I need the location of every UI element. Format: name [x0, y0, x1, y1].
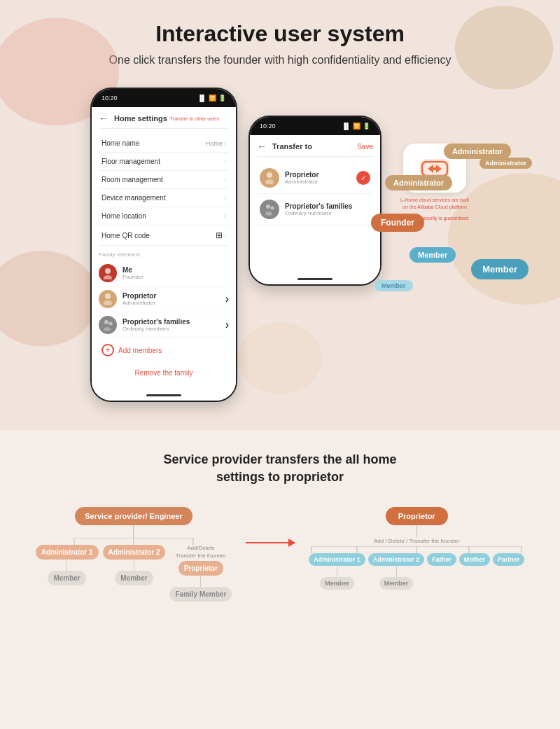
svg-point-14 — [266, 204, 270, 209]
phone1-mockup: 10:20 ▐▌ 🛜 🔋 ← Home settings Transfer to… — [90, 88, 237, 402]
page-title: Interactive user system — [14, 21, 546, 47]
svg-point-11 — [104, 327, 111, 331]
bottom-section: Service provider transfers the all homes… — [0, 430, 560, 618]
check-selected-icon: ✓ — [356, 171, 370, 185]
branch-right-mother: Mother — [459, 553, 490, 566]
phone2-mockup: 10:20 ▐▌ 🛜 🔋 ← Transfer to Save — [248, 116, 382, 286]
branch-right-admin1: Administrator 1 Member — [309, 553, 365, 590]
node-service-provider: Service provider/ Engineer — [75, 507, 192, 525]
node-right-member1: Member — [320, 577, 354, 590]
phone2-time: 10:20 — [260, 123, 276, 130]
phone1-home-bar — [92, 389, 236, 401]
avatar-family — [99, 316, 117, 334]
phone2-back-button[interactable]: ← — [257, 141, 267, 152]
family-members-label: Family members — [99, 251, 229, 258]
svg-point-8 — [104, 300, 112, 305]
svg-point-12 — [267, 172, 272, 178]
member-me: Me Founder — [99, 261, 229, 286]
arrow-line — [246, 542, 295, 543]
phone2-header: ← Transfer to Save — [257, 141, 373, 157]
node-member-left1: Member — [48, 571, 85, 585]
node-admin2: Administrator 2 — [103, 545, 166, 560]
phone2-home-bar — [250, 273, 380, 284]
left-org-tree: Service provider/ Engineer Administrator… — [36, 507, 232, 581]
arrow-head — [288, 539, 295, 547]
org-chart-container: Service provider/ Engineer Administrator… — [28, 507, 532, 590]
node-admin1: Administrator 1 — [36, 545, 99, 560]
cloud-description: L-Home cloud services are built on the A… — [400, 193, 470, 221]
phone1-header-sub[interactable]: Transfer to other users — [170, 116, 220, 121]
add-delete-label: Add/Delete — [187, 545, 215, 551]
vert-line-right — [416, 525, 417, 538]
node-proprietor-right: Proprietor — [386, 507, 448, 525]
svg-point-6 — [104, 275, 112, 279]
bottom-title: Service provider transfers the all homes… — [28, 451, 532, 486]
bubble-administrator-3: Administrator — [479, 158, 532, 169]
svg-point-9 — [104, 320, 108, 324]
menu-floor[interactable]: Floor management › — [99, 153, 229, 171]
svg-point-15 — [271, 207, 274, 210]
transfer-avatar-1 — [260, 168, 279, 188]
phone2-screen: ← Transfer to Save Proprietor Administra… — [250, 135, 380, 273]
branch-right-admin2: Administrator 2 Member — [368, 553, 425, 590]
node-family-member: Family Member — [169, 587, 232, 602]
avatar-me — [99, 264, 117, 282]
cloud-icon-box — [403, 144, 466, 193]
branch-admin1: Administrator 1 Member — [36, 545, 99, 602]
bubble-member-3: Member — [374, 280, 413, 291]
node-right-member2: Member — [379, 577, 414, 590]
menu-home-name[interactable]: Home name Home › — [99, 134, 229, 153]
member-proprietor: Proprietor Administrator › — [99, 286, 229, 312]
svg-point-1 — [455, 6, 553, 90]
node-right-father: Father — [427, 553, 456, 566]
cloud-section: L-Home cloud services are built on the A… — [400, 130, 470, 221]
page-subtitle: One click transfers the founder with hig… — [14, 54, 546, 67]
svg-point-7 — [105, 293, 111, 299]
phone2-header-title: Transfer to — [272, 142, 312, 151]
right-org-tree: Proprietor Add / Delete / Transfer the f… — [309, 507, 524, 590]
node-right-mother: Mother — [459, 553, 490, 566]
svg-point-16 — [265, 211, 272, 216]
right-level1-container: Administrator 1 Member Administrator 2 M… — [309, 546, 524, 590]
bubble-member-1: Member — [410, 247, 456, 263]
add-delete-transfer-label: Add / Delete / Transfer the founder — [374, 538, 460, 544]
cloud-service-icon — [416, 155, 453, 181]
phone1-screen: ← Home settings Transfer to other users … — [92, 107, 236, 389]
branch-right-partner: Partner — [493, 553, 525, 566]
transfer-item-families[interactable]: Proprietor's families Ordinary members — [257, 194, 373, 225]
add-members-button[interactable]: + Add members — [99, 338, 229, 362]
svg-point-13 — [265, 179, 274, 184]
phone1-status-bar: 10:20 ▐▌ 🛜 🔋 — [92, 89, 236, 107]
add-icon: + — [102, 344, 114, 356]
branch-proprietor: Add/Delete Transfer the founder Propriet… — [169, 545, 232, 602]
transfer-founder-label: Transfer the founder — [176, 553, 226, 559]
svg-point-5 — [105, 268, 111, 274]
branch-right-father: Father — [427, 553, 456, 566]
node-right-admin1: Administrator 1 — [309, 553, 365, 566]
member-families: Proprietor's families Ordinary members › — [99, 312, 229, 338]
phone2-save-button[interactable]: Save — [357, 143, 373, 151]
phone1-time: 10:20 — [102, 95, 118, 102]
menu-location[interactable]: Home location › — [99, 207, 229, 225]
avatar-proprietor — [99, 290, 117, 308]
phone1-header: ← Home settings Transfer to other users — [99, 113, 229, 129]
menu-device[interactable]: Device management › — [99, 189, 229, 207]
right-level1-nodes: Administrator 1 Member Administrator 2 M… — [309, 553, 524, 590]
left-branch: Administrator 1 Member Administrator 2 M… — [36, 538, 232, 602]
remove-family-button[interactable]: Remove the family — [99, 362, 229, 384]
node-right-admin2: Administrator 2 — [368, 553, 425, 566]
vert-line-1 — [133, 525, 134, 538]
menu-room[interactable]: Room management › — [99, 171, 229, 189]
transfer-arrow — [246, 507, 295, 543]
node-proprietor-left: Proprietor — [178, 561, 223, 576]
branch-admin2: Administrator 2 Member — [103, 545, 166, 602]
menu-qrcode[interactable]: Home QR code ⊞ › — [99, 225, 229, 246]
node-member-left2: Member — [115, 571, 153, 585]
transfer-avatar-2 — [260, 200, 279, 219]
bubble-member-2: Member — [471, 259, 528, 279]
node-right-partner: Partner — [493, 553, 525, 566]
phone1-back-button[interactable]: ← — [99, 113, 108, 124]
svg-point-10 — [109, 322, 113, 326]
top-section: Interactive user system One click transf… — [0, 0, 560, 430]
transfer-item-proprietor[interactable]: Proprietor Administrator ✓ — [257, 162, 373, 194]
